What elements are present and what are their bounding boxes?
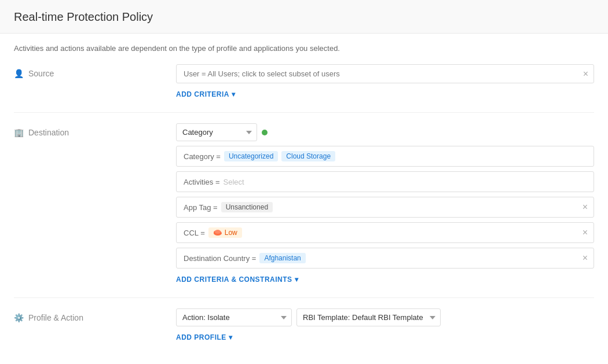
activities-value: Select: [224, 178, 244, 186]
source-input-wrapper: ×: [176, 64, 594, 83]
destination-content: Category Category = Uncategorized Cloud …: [176, 123, 594, 286]
category-tags-row: Category = Uncategorized Cloud Storage: [176, 146, 594, 167]
profile-action-label: ⚙️ Profile & Action: [14, 308, 176, 322]
ccl-row: CCL = Low ×: [176, 222, 594, 243]
source-section: 👤 Source × ADD CRITERIA ▾: [14, 64, 594, 101]
chevron-down-icon: ▾: [232, 90, 236, 98]
page-title: Real-time Protection Policy: [14, 10, 594, 24]
cloud-icon: [213, 229, 222, 236]
profile-icon: ⚙️: [14, 313, 24, 322]
close-icon: ×: [583, 69, 588, 79]
profile-action-content: Action: Isolate RBI Template: Default RB…: [176, 308, 594, 344]
destination-country-row: Destination Country = Afghanistan ×: [176, 248, 594, 269]
rbi-template-dropdown[interactable]: RBI Template: Default RBI Template: [296, 308, 441, 326]
activities-row-label: Activities =: [184, 178, 220, 186]
ccl-clear-button[interactable]: ×: [583, 228, 588, 237]
source-input-row: ×: [176, 64, 594, 83]
destination-country-label: Destination Country =: [184, 254, 256, 263]
ccl-row-label: CCL =: [184, 229, 205, 237]
uncategorized-tag[interactable]: Uncategorized: [224, 151, 278, 161]
chevron-down-icon-profile: ▾: [229, 333, 233, 341]
source-content: × ADD CRITERIA ▾: [176, 64, 594, 101]
divider-2: [14, 297, 594, 298]
divider-1: [14, 112, 594, 113]
category-row-label: Category =: [184, 152, 221, 161]
unsanctioned-tag[interactable]: Unsanctioned: [221, 202, 273, 212]
add-criteria-constraints-button[interactable]: ADD CRITERIA & CONSTRAINTS ▾: [176, 273, 298, 286]
profile-action-section: ⚙️ Profile & Action Action: Isolate RBI …: [14, 308, 594, 344]
cloud-storage-tag[interactable]: Cloud Storage: [281, 151, 335, 161]
add-profile-button[interactable]: ADD PROFILE ▾: [176, 331, 232, 344]
category-dropdown[interactable]: Category: [176, 123, 257, 141]
ccl-tag[interactable]: Low: [208, 227, 242, 238]
category-dropdown-row: Category: [176, 123, 594, 141]
source-label: 👤 Source: [14, 64, 176, 78]
action-dropdown[interactable]: Action: Isolate: [176, 308, 292, 326]
destination-section: 🏢 Destination Category Category = Uncate…: [14, 123, 594, 286]
source-icon: 👤: [14, 69, 24, 78]
apptag-row: App Tag = Unsanctioned ×: [176, 197, 594, 218]
source-clear-button[interactable]: ×: [583, 69, 588, 79]
activities-row: Activities = Select: [176, 171, 594, 192]
source-user-input[interactable]: [176, 64, 594, 83]
svg-point-3: [215, 230, 221, 234]
add-criteria-button[interactable]: ADD CRITERIA ▾: [176, 88, 236, 101]
destination-icon: 🏢: [14, 128, 24, 137]
green-status-dot: [262, 130, 268, 135]
country-tag[interactable]: Afghanistan: [259, 253, 305, 263]
page-header: Real-time Protection Policy: [0, 0, 608, 34]
apptag-clear-button[interactable]: ×: [583, 203, 588, 212]
destination-label: 🏢 Destination: [14, 123, 176, 137]
action-row: Action: Isolate RBI Template: Default RB…: [176, 308, 594, 326]
apptag-row-label: App Tag =: [184, 203, 218, 212]
country-clear-button[interactable]: ×: [583, 253, 588, 263]
chevron-down-icon-dest: ▾: [295, 275, 299, 284]
info-text: Activities and actions available are dep…: [14, 44, 594, 53]
